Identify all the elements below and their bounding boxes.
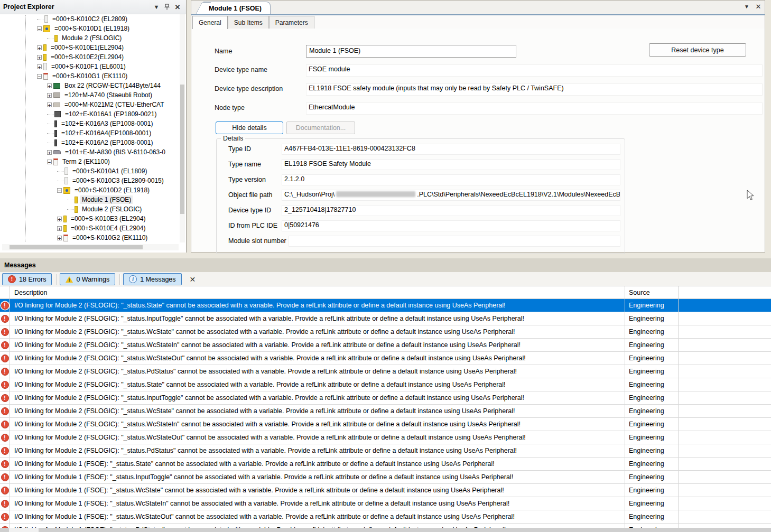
tree-item[interactable]: −=000+S-K010D1 (EL1918) xyxy=(0,24,179,33)
tree-expander-plus-icon[interactable]: + xyxy=(47,150,52,155)
tree-item[interactable]: Module 2 (FSLOGIC) xyxy=(0,204,179,214)
tree-item[interactable]: =102+E-K016A2 (EP1008-0001) xyxy=(0,138,179,147)
tree-horizontal-scrollbar[interactable] xyxy=(2,244,179,250)
tree-expander-minus-icon[interactable]: − xyxy=(57,188,62,193)
message-description-cell: I/O linking for Module 1 (FSOE): "_statu… xyxy=(10,484,625,497)
tree-item-label: =120+M-A740 (Staeubli Robot) xyxy=(63,91,154,99)
tree-expander-plus-icon[interactable]: + xyxy=(37,64,42,69)
scrollbar-thumb[interactable] xyxy=(180,85,184,214)
message-row[interactable]: !I/O linking for Module 2 (FSLOGIC): "_s… xyxy=(0,325,771,339)
tree-item[interactable]: +=101+E-M-A830 (BIS V-6110-063-0 xyxy=(0,147,179,157)
window-menu-dropdown-icon[interactable]: ▼ xyxy=(151,2,162,12)
scrollbar-block[interactable] xyxy=(0,528,9,532)
message-source-cell: Engineering xyxy=(625,365,679,378)
message-source-cell: Engineering xyxy=(625,431,679,444)
message-row[interactable]: !I/O linking for Module 1 (FSOE): "_stat… xyxy=(0,510,771,524)
message-icon-cell: ! xyxy=(0,299,10,312)
message-row[interactable]: !I/O linking for Module 2 (FSLOGIC): "_s… xyxy=(0,391,771,405)
message-row[interactable]: !I/O linking for Module 1 (FSOE): "_stat… xyxy=(0,497,771,510)
node-type-value: EthercatModule xyxy=(306,102,763,115)
tab-sub-items[interactable]: Sub Items xyxy=(228,16,269,29)
message-row[interactable]: !I/O linking for Module 2 (FSLOGIC): "_s… xyxy=(0,352,771,365)
message-row[interactable]: !I/O linking for Module 2 (FSLOGIC): "_s… xyxy=(0,444,771,458)
message-row[interactable]: !I/O linking for Module 2 (FSLOGIC): "_s… xyxy=(0,378,771,391)
tree-expander-plus-icon[interactable]: + xyxy=(57,226,62,231)
message-description-cell: I/O linking for Module 2 (FSLOGIC): "_st… xyxy=(10,391,625,404)
dropdown-arrow-icon[interactable]: ▼ xyxy=(742,3,751,11)
message-row[interactable]: !I/O linking for Module 2 (FSLOGIC): "_s… xyxy=(0,339,771,352)
name-input[interactable]: Module 1 (FSOE) xyxy=(306,45,516,58)
tree-expander-plus-icon[interactable]: + xyxy=(37,45,42,50)
source-column-header[interactable]: Source xyxy=(625,286,679,298)
tree-expander-minus-icon[interactable]: − xyxy=(47,160,52,164)
tree-item[interactable]: +=000+S-K010E2(EL2904) xyxy=(0,52,179,62)
message-row[interactable]: !I/O linking for Module 1 (FSOE): "_stat… xyxy=(0,458,771,471)
tree-item[interactable]: +=000+S-K010E4 (EL2904) xyxy=(0,223,179,233)
tree-item[interactable]: =000+S-K010A1 (EL1809) xyxy=(0,166,179,176)
safety-bar-icon xyxy=(43,44,47,51)
message-source-cell: Engineering xyxy=(625,497,679,510)
tree-item[interactable]: +=000+M-K021M2 (CTEU-EtherCAT xyxy=(0,100,179,109)
tab-general[interactable]: General xyxy=(192,16,228,29)
message-description-cell: I/O linking for Module 1 (FSOE): "_statu… xyxy=(10,471,625,483)
tree-item[interactable]: +=000+S-K010E1(EL2904) xyxy=(0,43,179,52)
errors-filter-button[interactable]: ! 18 Errors xyxy=(2,273,52,285)
info-filter-button[interactable]: i 1 Messages xyxy=(123,273,181,285)
tab-parameters[interactable]: Parameters xyxy=(269,16,314,29)
scrollbar-thumb[interactable] xyxy=(10,245,143,249)
message-row[interactable]: !I/O linking for Module 1 (FSOE): "_stat… xyxy=(0,471,771,484)
messages-horizontal-scrollbar[interactable] xyxy=(0,528,771,532)
message-row[interactable]: !I/O linking for Module 2 (FSLOGIC): "_s… xyxy=(0,431,771,444)
ep-bar-icon xyxy=(54,130,57,137)
hide-details-button[interactable]: Hide details xyxy=(216,122,283,134)
message-row[interactable]: !I/O linking for Module 2 (FSLOGIC): "_s… xyxy=(0,312,771,325)
tree-expander-plus-icon[interactable]: + xyxy=(47,93,52,98)
tree-expander-plus-icon[interactable]: + xyxy=(57,236,62,240)
tree-item[interactable]: +=000+S-K010F1 (EL6001) xyxy=(0,62,179,71)
tree-item[interactable]: Module 1 (FSOE) xyxy=(0,195,179,204)
tree-item[interactable]: =000+S-K010C3 (EL2809-0015) xyxy=(0,176,179,185)
message-icon-cell: ! xyxy=(0,444,10,457)
path-prefix: C:\_Hudson\Proj\ xyxy=(284,191,335,198)
documentation-button[interactable]: Documentation... xyxy=(286,122,355,134)
tree-expander-plus-icon[interactable]: + xyxy=(57,217,62,221)
message-row[interactable]: !I/O linking for Module 2 (FSLOGIC): "_s… xyxy=(0,299,771,312)
tree-item[interactable]: −Term 2 (EK1100) xyxy=(0,157,179,166)
tree-connector xyxy=(47,38,53,39)
editor-panel: Module 1 (FSOE) ▼ ✕ GeneralSub ItemsPara… xyxy=(191,0,765,253)
tree-item[interactable]: Module 2 (FSLOGIC) xyxy=(0,33,179,43)
document-tab-module1-fsoe[interactable]: Module 1 (FSOE) xyxy=(203,2,271,14)
tree-item[interactable]: +=000+S-K010E3 (EL2904) xyxy=(0,214,179,223)
tree-item[interactable]: =000+S-K010C2 (EL2809) xyxy=(0,14,179,24)
tree-expander-plus-icon[interactable]: + xyxy=(37,55,42,60)
tree-item[interactable]: −=000+S-K010G1 (EK1110) xyxy=(0,71,179,81)
tree-expander-minus-icon[interactable]: − xyxy=(37,26,42,31)
scrollbar-thumb[interactable] xyxy=(39,528,771,532)
tree-expander-plus-icon[interactable]: + xyxy=(47,83,52,88)
close-icon[interactable]: ✕ xyxy=(754,3,763,11)
tree-item[interactable]: +Box 22 (RCGW-ECT(144Byte/144 xyxy=(0,81,179,90)
message-row[interactable]: !I/O linking for Module 1 (FSOE): "_stat… xyxy=(0,484,771,497)
tree-expander-minus-icon[interactable]: − xyxy=(37,74,42,79)
warnings-filter-label: 0 Warnings xyxy=(76,276,109,283)
tree-item[interactable]: =102+E-K016A3 (EP1008-0001) xyxy=(0,119,179,128)
close-icon[interactable]: ✕ xyxy=(172,2,183,12)
message-row[interactable]: !I/O linking for Module 2 (FSLOGIC): "_s… xyxy=(0,365,771,378)
message-row[interactable]: !I/O linking for Module 2 (FSLOGIC): "_s… xyxy=(0,405,771,418)
warnings-filter-button[interactable]: 0 Warnings xyxy=(60,273,115,285)
tree-item[interactable]: =102+E-K016A4(EP1008-0001) xyxy=(0,128,179,138)
message-row[interactable]: !I/O linking for Module 2 (FSLOGIC): "_s… xyxy=(0,418,771,431)
tree-item[interactable]: −=000+S-K010D2 (EL1918) xyxy=(0,185,179,195)
tree-expander-plus-icon[interactable]: + xyxy=(47,102,52,107)
device-type-name-value: FSOE module xyxy=(306,64,763,77)
reset-device-type-button[interactable]: Reset device type xyxy=(649,43,746,57)
clear-messages-button[interactable]: ✕ xyxy=(188,275,198,284)
tree-item[interactable]: +=000+S-K010G2 (EK1110) xyxy=(0,233,179,242)
message-source-cell: Engineering xyxy=(625,405,679,417)
tree-item[interactable]: =102+E-K016A1 (EP1809-0021) xyxy=(0,109,179,119)
details-row: Object file pathC:\_Hudson\Proj\.PLC\Std… xyxy=(217,190,625,200)
description-column-header[interactable]: Description xyxy=(10,286,625,298)
tree-vertical-scrollbar[interactable] xyxy=(180,14,185,242)
pin-icon[interactable] xyxy=(162,2,172,12)
tree-item[interactable]: +=120+M-A740 (Staeubli Robot) xyxy=(0,90,179,100)
